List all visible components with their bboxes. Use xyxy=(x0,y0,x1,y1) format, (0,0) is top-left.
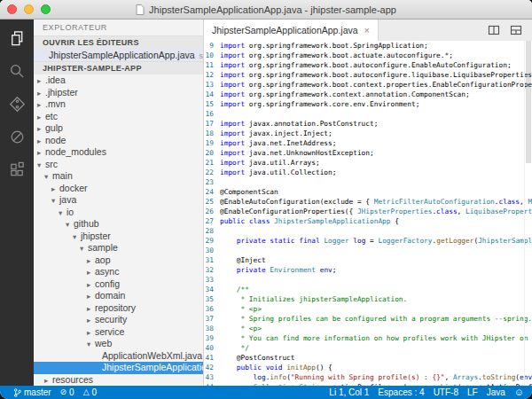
errors-status[interactable]: ⊘ 0 xyxy=(60,387,74,397)
code-line: 28 xyxy=(204,226,532,236)
line-number: 31 xyxy=(204,255,220,265)
chevron-down-icon[interactable]: ▾ xyxy=(80,243,88,254)
code-text: @PostConstruct xyxy=(220,353,532,363)
code-line: 42 public void initApp() { xyxy=(204,363,532,372)
chevron-right-icon[interactable]: ▸ xyxy=(87,327,95,339)
open-editor-item[interactable]: JhipsterSampleApplicationApp.javasrc/m… xyxy=(34,49,203,61)
tree-item-folder[interactable]: ▸aop xyxy=(34,254,203,267)
open-editors-header[interactable]: OUVRIR LES ÉDITEURS xyxy=(34,35,203,49)
close-window-button[interactable] xyxy=(7,4,17,14)
chevron-right-icon[interactable]: ▸ xyxy=(87,291,95,302)
activity-source-control-button[interactable] xyxy=(6,93,27,114)
tree-item-label: domain xyxy=(95,290,125,301)
split-editor-icon[interactable] xyxy=(488,24,500,36)
tree-item-folder[interactable]: ▸security xyxy=(34,314,203,326)
chevron-right-icon[interactable]: ▸ xyxy=(87,315,95,326)
tab-label: JhipsterSampleApplicationApp.java xyxy=(212,25,358,35)
feedback-smiley-icon[interactable]: ☺ xyxy=(514,387,524,397)
tree-item-file[interactable]: JhipsterSampleApplicationApp.java xyxy=(34,362,203,374)
code-text: import org.springframework.core.env.Envi… xyxy=(220,99,532,109)
chevron-right-icon[interactable]: ▸ xyxy=(37,147,45,159)
code-line: 35 * Initializes jhipsterSampleApplicati… xyxy=(204,294,532,304)
activity-extensions-button[interactable] xyxy=(6,159,27,180)
chevron-right-icon[interactable]: ▸ xyxy=(37,123,45,135)
chevron-down-icon[interactable]: ▾ xyxy=(87,339,95,350)
chevron-right-icon[interactable]: ▸ xyxy=(37,75,45,87)
tree-item-folder[interactable]: ▸service xyxy=(34,326,203,339)
tree-item-folder[interactable]: ▾sample xyxy=(34,242,203,254)
git-branch-status[interactable]: master xyxy=(13,387,51,398)
chevron-right-icon[interactable]: ▸ xyxy=(37,88,45,99)
tree-item-folder[interactable]: ▸node_modules xyxy=(34,146,203,159)
tree-item-folder[interactable]: ▸config xyxy=(34,278,203,291)
code-area[interactable]: 9import org.springframework.boot.SpringA… xyxy=(204,41,532,386)
code-line: 30 xyxy=(204,246,532,255)
line-number: 22 xyxy=(204,168,220,177)
encoding-status[interactable]: UTF-8 xyxy=(434,387,458,397)
tree-item-folder[interactable]: ▸resources xyxy=(34,374,203,387)
tree-item-folder[interactable]: ▾web xyxy=(34,338,203,350)
project-section-header[interactable]: JHIPSTER-SAMPLE-APP xyxy=(34,61,203,74)
code-line: 41 @PostConstruct xyxy=(204,353,532,363)
chevron-right-icon[interactable]: ▸ xyxy=(37,112,45,123)
zoom-window-button[interactable] xyxy=(41,4,51,14)
chevron-right-icon[interactable]: ▸ xyxy=(37,99,45,111)
chevron-right-icon[interactable]: ▸ xyxy=(87,267,95,278)
chevron-right-icon[interactable]: ▸ xyxy=(44,375,52,387)
editor-layout-icon[interactable] xyxy=(510,24,522,36)
code-line: 31 @Inject xyxy=(204,255,532,265)
chevron-down-icon[interactable]: ▾ xyxy=(59,207,66,219)
tree-item-folder[interactable]: ▸etc xyxy=(34,111,203,123)
tree-item-folder[interactable]: ▸domain xyxy=(34,290,203,302)
chevron-right-icon[interactable]: ▸ xyxy=(87,303,95,315)
activity-debug-button[interactable] xyxy=(6,126,27,147)
chevron-down-icon[interactable]: ▾ xyxy=(37,160,45,171)
tree-item-label: src xyxy=(45,159,58,169)
chevron-down-icon[interactable]: ▾ xyxy=(44,171,52,183)
titlebar[interactable]: JhipsterSampleApplicationApp.java - jhip… xyxy=(0,0,532,20)
tree-item-folder[interactable]: ▾io xyxy=(34,207,203,219)
tree-item-folder[interactable]: ▸.mvn xyxy=(34,98,203,111)
close-tab-icon[interactable]: × xyxy=(364,25,370,35)
tree-item-folder[interactable]: ▾main xyxy=(34,170,203,183)
chevron-down-icon[interactable]: ▾ xyxy=(73,231,81,243)
code-text: * <p> xyxy=(220,304,532,314)
language-mode-status[interactable]: Java xyxy=(487,387,505,397)
eol-status[interactable]: LF xyxy=(467,387,478,397)
editor-group: JhipsterSampleApplicationApp.java × 9imp… xyxy=(204,20,532,386)
code-text xyxy=(220,177,532,187)
tree-item-label: etc xyxy=(45,111,58,121)
chevron-down-icon[interactable]: ▾ xyxy=(66,219,74,231)
editor-scrollbar[interactable] xyxy=(524,41,532,386)
tree-item-folder[interactable]: ▸node xyxy=(34,135,203,147)
activity-explorer-button[interactable] xyxy=(6,27,27,49)
chevron-right-icon[interactable]: ▸ xyxy=(87,279,95,291)
tree-item-folder[interactable]: ▾jhipster xyxy=(34,231,203,243)
tree-item-folder[interactable]: ▾java xyxy=(34,194,203,207)
tree-item-folder[interactable]: ▸repository xyxy=(34,302,203,315)
tree-item-folder[interactable]: ▾src xyxy=(34,159,203,171)
chevron-right-icon[interactable]: ▸ xyxy=(87,255,95,267)
warnings-status[interactable]: △ 0 xyxy=(83,387,97,397)
chevron-right-icon[interactable]: ▸ xyxy=(37,136,45,147)
tree-item-folder[interactable]: ▾github xyxy=(34,218,203,231)
tab-jhipster-sample-application-app[interactable]: JhipsterSampleApplicationApp.java × xyxy=(204,20,379,41)
line-number: 29 xyxy=(204,236,220,246)
tree-item-folder[interactable]: ▸async xyxy=(34,266,203,278)
tree-item-folder[interactable]: ▸.idea xyxy=(34,74,203,87)
code-line: 24@ComponentScan xyxy=(204,187,532,197)
tree-item-folder[interactable]: ▸.jhipster xyxy=(34,87,203,99)
tree-item-file[interactable]: ApplicationWebXml.java xyxy=(34,350,203,363)
code-text: import java.util.Arrays; xyxy=(220,158,532,168)
cursor-position-status[interactable]: Li 1, Col 1 xyxy=(329,387,369,397)
tree-item-label: .idea xyxy=(45,74,66,85)
indentation-status[interactable]: Espaces : 4 xyxy=(378,387,424,397)
activity-search-button[interactable] xyxy=(6,60,27,82)
minimize-window-button[interactable] xyxy=(24,4,34,14)
tree-item-folder[interactable]: ▸docker xyxy=(34,183,203,195)
error-icon: ⊘ xyxy=(60,388,67,396)
scrollbar-thumb[interactable] xyxy=(526,41,531,163)
chevron-down-icon[interactable]: ▾ xyxy=(51,195,59,207)
tree-item-folder[interactable]: ▸gulp xyxy=(34,122,203,135)
chevron-right-icon[interactable]: ▸ xyxy=(51,184,59,195)
